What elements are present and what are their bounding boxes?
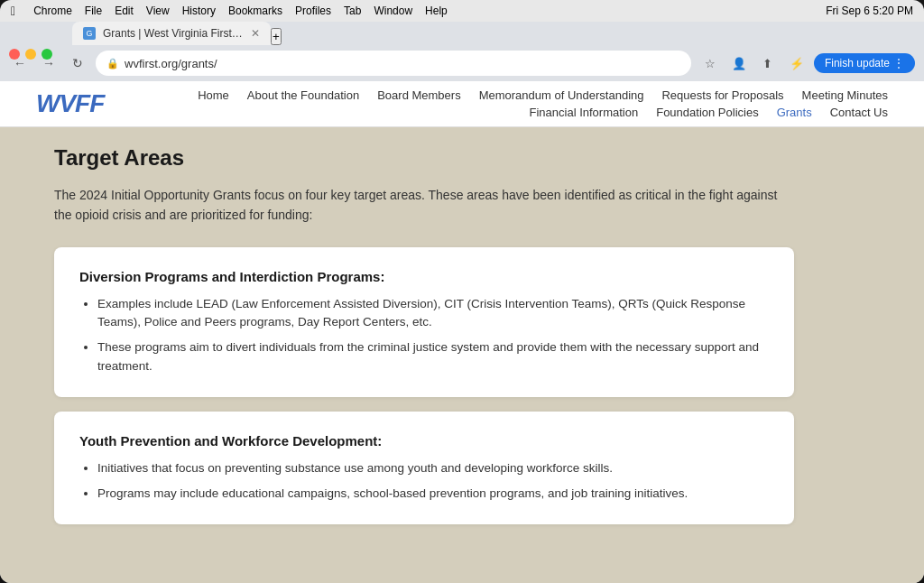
extension-button[interactable]: ⚡ (785, 51, 808, 75)
tab-favicon-icon: G (83, 27, 96, 40)
finish-update-label: Finish update (825, 57, 890, 69)
nav-rfp[interactable]: Requests for Proposals (661, 88, 783, 102)
menu-help[interactable]: Help (425, 5, 448, 17)
profile-button[interactable]: 👤 (727, 51, 751, 75)
traffic-lights (9, 49, 52, 60)
browser-actions: ☆ 👤 ⬆ ⚡ Finish update ⋮ (698, 51, 915, 75)
list-item: Examples include LEAD (Law Enforcement A… (97, 295, 769, 332)
secure-icon: 🔒 (106, 58, 119, 69)
menu-profiles[interactable]: Profiles (295, 5, 331, 17)
nav-row-1: Home About the Foundation Board Members … (198, 88, 888, 102)
nav-links-container: Home About the Foundation Board Members … (198, 88, 888, 119)
menu-view[interactable]: View (146, 5, 170, 17)
browser-chrome: G Grants | West Virginia First F... ✕ + … (0, 22, 924, 81)
site-nav: WVFF Home About the Foundation Board Mem… (0, 81, 924, 127)
nav-board[interactable]: Board Members (377, 88, 460, 102)
menu-items: Chrome File Edit View History Bookmarks … (33, 5, 448, 17)
finish-update-button[interactable]: Finish update ⋮ (814, 53, 915, 73)
new-tab-button[interactable]: + (271, 28, 282, 45)
page-content: Target Areas The 2024 Initial Opportunit… (0, 127, 866, 566)
menu-chrome[interactable]: Chrome (33, 5, 72, 17)
menu-history[interactable]: History (182, 5, 216, 17)
close-window-button[interactable] (9, 49, 20, 60)
browser-window: G Grants | West Virginia First F... ✕ + … (0, 22, 924, 583)
maximize-window-button[interactable] (42, 49, 52, 60)
site-logo: WVFF (36, 89, 108, 118)
page-intro: The 2024 Initial Opportunity Grants focu… (54, 185, 794, 226)
card-youth-list: Initiatives that focus on preventing sub… (79, 459, 769, 504)
tab-bar-row: G Grants | West Virginia First F... ✕ + (0, 22, 924, 45)
macos-menubar:  Chrome File Edit View History Bookmark… (0, 0, 924, 22)
refresh-button[interactable]: ↻ (67, 52, 88, 74)
list-item: Initiatives that focus on preventing sub… (97, 459, 769, 477)
nav-grants[interactable]: Grants (777, 106, 812, 119)
nav-home[interactable]: Home (198, 88, 229, 102)
bookmark-button[interactable]: ☆ (698, 51, 722, 75)
clock: Fri Sep 6 5:20 PM (826, 5, 913, 17)
address-bar-row: ← → ↻ 🔒 wvfirst.org/grants/ ☆ 👤 ⬆ ⚡ Fini… (0, 45, 924, 81)
finish-update-menu-icon: ⋮ (893, 57, 904, 69)
website-content: WVFF Home About the Foundation Board Mem… (0, 81, 924, 583)
list-item: Programs may include educational campaig… (97, 485, 769, 503)
close-tab-button[interactable]: ✕ (251, 27, 260, 40)
card-youth-heading: Youth Prevention and Workforce Developme… (79, 433, 769, 449)
menu-tab[interactable]: Tab (344, 5, 361, 17)
nav-financial[interactable]: Financial Information (530, 106, 639, 119)
list-item: These programs aim to divert individuals… (97, 338, 769, 375)
active-tab[interactable]: G Grants | West Virginia First F... ✕ (72, 22, 271, 45)
card-diversion-list: Examples include LEAD (Law Enforcement A… (79, 295, 769, 375)
address-bar[interactable]: 🔒 wvfirst.org/grants/ (96, 51, 691, 76)
apple-logo-icon:  (11, 4, 15, 18)
menu-file[interactable]: File (85, 5, 102, 17)
menu-window[interactable]: Window (374, 5, 412, 17)
card-youth: Youth Prevention and Workforce Developme… (54, 412, 794, 525)
nav-minutes[interactable]: Meeting Minutes (802, 88, 888, 102)
menu-edit[interactable]: Edit (115, 5, 134, 17)
screen:  Chrome File Edit View History Bookmark… (0, 0, 924, 583)
nav-mou[interactable]: Memorandum of Understanding (479, 88, 644, 102)
nav-policies[interactable]: Foundation Policies (656, 106, 758, 119)
share-button[interactable]: ⬆ (756, 51, 780, 75)
nav-row-2: Financial Information Foundation Policie… (530, 106, 888, 119)
menu-bookmarks[interactable]: Bookmarks (228, 5, 282, 17)
nav-contact[interactable]: Contact Us (830, 106, 888, 119)
tab-title: Grants | West Virginia First F... (103, 27, 244, 40)
card-diversion: Diversion Programs and Interdiction Prog… (54, 247, 794, 397)
card-diversion-heading: Diversion Programs and Interdiction Prog… (79, 269, 769, 284)
url-text: wvfirst.org/grants/ (125, 57, 217, 70)
nav-about[interactable]: About the Foundation (247, 88, 359, 102)
page-title: Target Areas (54, 145, 812, 171)
minimize-window-button[interactable] (25, 49, 36, 60)
